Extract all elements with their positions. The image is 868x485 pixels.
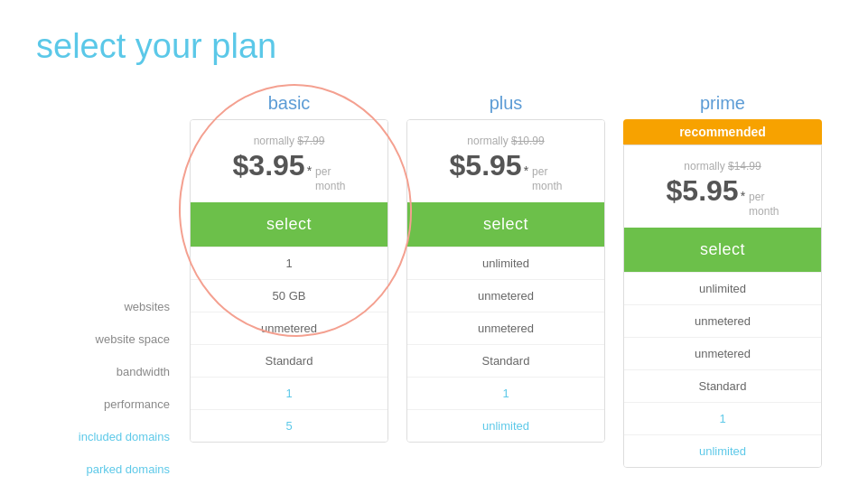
- plan-plus-asterisk: *: [524, 163, 528, 178]
- plan-prime-bandwidth: unmetered: [624, 337, 821, 369]
- plan-plus-space: unmetered: [407, 279, 604, 312]
- page-title: select your plan: [36, 27, 832, 66]
- plan-plus-performance: Standard: [407, 344, 604, 377]
- plan-prime-performance: Standard: [624, 369, 821, 402]
- plan-plus-normally: normally $10.99: [418, 135, 593, 147]
- plan-basic-per: permonth: [315, 165, 345, 193]
- plan-plus-original-price: $10.99: [511, 135, 545, 147]
- plans-container: websites website space bandwidth perform…: [36, 93, 832, 468]
- plan-basic-price: $3.95: [233, 149, 305, 182]
- plan-basic-name: basic: [268, 93, 311, 114]
- plan-prime-asterisk: *: [741, 189, 745, 203]
- plan-basic-asterisk: *: [307, 163, 312, 178]
- plan-plus-pricing: normally $10.99 $5.95* permonth: [407, 120, 604, 202]
- plan-plus-included-domains: 1: [407, 377, 604, 409]
- plan-basic-space: 50 GB: [191, 279, 387, 312]
- plan-plus-select-button[interactable]: select: [407, 202, 604, 247]
- plan-basic: basic normally $7.99 $3.95* permonth sel…: [190, 93, 388, 443]
- plan-prime-select-button[interactable]: select: [624, 228, 821, 272]
- plan-basic-bandwidth: unmetered: [191, 312, 387, 344]
- plan-prime-websites: unlimited: [624, 272, 821, 304]
- plan-prime-name: prime: [700, 93, 745, 114]
- label-performance: performance: [36, 387, 181, 420]
- plan-prime-price: $5.95: [667, 174, 739, 208]
- plan-plus-card: normally $10.99 $5.95* permonth select u…: [406, 119, 605, 443]
- plan-basic-pricing: normally $7.99 $3.95* permonth: [191, 120, 387, 202]
- plan-prime-card: normally $14.99 $5.95* permonth select u…: [623, 145, 822, 468]
- plan-basic-included-domains: 1: [191, 377, 387, 409]
- plan-basic-features: 1 50 GB unmetered Standard 1 5: [191, 247, 387, 442]
- plan-basic-card: normally $7.99 $3.95* permonth select 1 …: [190, 119, 388, 443]
- plan-prime-normally: normally $14.99: [635, 160, 810, 173]
- plan-prime-original-price: $14.99: [728, 160, 761, 173]
- plan-prime: prime recommended normally $14.99 $5.95*…: [623, 93, 822, 468]
- plan-prime-space: unmetered: [624, 304, 821, 337]
- label-websites: websites: [36, 290, 181, 322]
- plan-plus-per: permonth: [532, 165, 562, 193]
- plan-plus: plus normally $10.99 $5.95* permonth sel…: [406, 93, 605, 443]
- plan-prime-pricing: normally $14.99 $5.95* permonth: [624, 145, 821, 228]
- plan-basic-parked-domains: 5: [191, 409, 387, 442]
- plan-plus-features: unlimited unmetered unmetered Standard 1…: [407, 247, 604, 442]
- label-parked-domains: parked domains: [36, 452, 181, 485]
- plan-plus-websites: unlimited: [407, 247, 604, 279]
- plan-basic-select-button[interactable]: select: [191, 202, 387, 247]
- plan-prime-parked-domains: unlimited: [624, 434, 821, 467]
- plan-plus-bandwidth: unmetered: [407, 312, 604, 344]
- label-website-space: website space: [36, 322, 181, 355]
- plan-prime-included-domains: 1: [624, 402, 821, 434]
- plan-basic-websites: 1: [191, 247, 387, 279]
- plan-prime-per: permonth: [749, 191, 779, 219]
- plan-plus-price: $5.95: [450, 149, 522, 182]
- plan-basic-performance: Standard: [191, 344, 387, 377]
- label-bandwidth: bandwidth: [36, 355, 181, 387]
- feature-labels: websites website space bandwidth perform…: [36, 93, 181, 485]
- plan-basic-normally: normally $7.99: [201, 135, 377, 147]
- label-included-domains: included domains: [36, 420, 181, 452]
- plan-prime-recommended-badge: recommended: [623, 119, 822, 145]
- plan-basic-original-price: $7.99: [297, 135, 324, 147]
- plan-plus-name: plus: [490, 93, 523, 114]
- plan-plus-parked-domains: unlimited: [407, 409, 604, 442]
- plan-prime-features: unlimited unmetered unmetered Standard 1…: [624, 272, 821, 467]
